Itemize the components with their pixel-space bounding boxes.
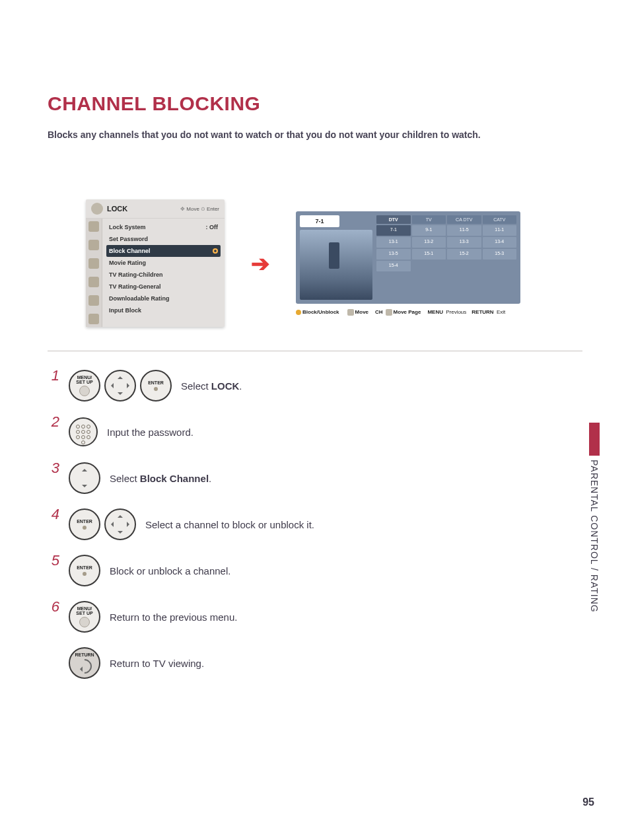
channel-cell[interactable]: 11-5 — [447, 225, 481, 236]
step-5: 5 ENTER Block or unblock a channel. — [50, 549, 582, 592]
footer-move: Move — [346, 309, 370, 316]
lock-item-label: Set Password — [109, 236, 148, 242]
gear-icon — [91, 203, 103, 215]
step-number: 6 — [50, 598, 59, 615]
page: CHANNEL BLOCKING Blocks any channels tha… — [0, 0, 630, 840]
lock-item-value: : Off — [206, 224, 219, 230]
channel-cell[interactable]: 13-3 — [447, 237, 481, 248]
step-number: 3 — [50, 460, 59, 477]
step-text: Return to the previous menu. — [110, 612, 237, 623]
return-button[interactable]: RETURN — [69, 647, 100, 679]
arrow-down-icon — [118, 392, 123, 398]
menu-button[interactable]: MENU/ SET UP — [69, 370, 100, 402]
button-label: ENTER — [77, 565, 92, 570]
step-number: 2 — [50, 413, 59, 431]
lock-item-label: TV Rating-General — [109, 283, 161, 290]
arrow-left-icon — [108, 383, 114, 388]
button-face-icon — [79, 617, 90, 627]
numpad-icon — [76, 425, 90, 439]
side-tab: PARENTAL CONTROL / RATING — [588, 423, 601, 621]
numpad-button[interactable] — [69, 417, 98, 446]
channel-cell[interactable]: 13-2 — [412, 237, 446, 248]
step-text: Select a channel to block or unblock it. — [145, 519, 314, 530]
lock-category-icon — [88, 314, 99, 324]
channel-cell — [447, 261, 481, 271]
arrow-up-icon — [82, 466, 87, 472]
menu-category-icon — [88, 295, 99, 306]
channel-cell[interactable]: 15-4 — [376, 261, 411, 271]
lock-menu-item[interactable]: Movie Rating — [106, 257, 221, 269]
channel-tab[interactable]: CA DTV — [447, 215, 481, 224]
menu-button[interactable]: MENU/ SET UP — [69, 601, 100, 633]
lock-menu-item[interactable]: Set Password — [106, 233, 221, 245]
channel-cell[interactable]: 15-1 — [412, 249, 446, 260]
channel-cell[interactable]: 13-4 — [483, 237, 517, 248]
current-channel-chip: 7-1 — [300, 215, 339, 227]
footer-exit: RETURN Exit — [472, 309, 505, 315]
preview-thumbnail — [300, 230, 372, 300]
hint-enter: Enter — [207, 206, 219, 212]
arrow-up-icon — [118, 512, 123, 518]
lock-menu-list: Lock System: OffSet PasswordBlock Channe… — [102, 219, 225, 327]
lock-menu-item[interactable]: Lock System: Off — [106, 221, 221, 233]
diagram-row: LOCK ✥ Move ⊙ Enter Lock System: Off — [86, 199, 582, 327]
button-label: RETURN — [75, 652, 94, 657]
button-label: MENU/ SET UP — [76, 606, 92, 616]
step-buttons: MENU/ SET UP ENTER — [69, 370, 172, 402]
enter-button[interactable]: ENTER — [69, 508, 100, 540]
channel-tab[interactable]: CATV — [483, 215, 517, 224]
lock-menu-item[interactable]: TV Rating-General — [106, 281, 221, 293]
step-buttons — [69, 462, 100, 494]
lock-item-label: Movie Rating — [109, 260, 146, 266]
lock-menu-panel: LOCK ✥ Move ⊙ Enter Lock System: Off — [86, 199, 225, 327]
updown-button[interactable] — [69, 462, 100, 494]
step-2: 2 Input the password. — [50, 411, 582, 453]
enter-button[interactable]: ENTER — [140, 370, 172, 402]
arrow-down-icon — [82, 485, 87, 490]
step-text: Block or unblock a channel. — [110, 565, 230, 577]
channel-cell[interactable]: 9-1 — [412, 225, 446, 236]
step-number: 1 — [50, 367, 59, 384]
lock-menu-item[interactable]: TV Rating-Children — [106, 269, 221, 281]
dpad-button[interactable] — [104, 508, 136, 540]
step-buttons: MENU/ SET UP — [69, 601, 100, 633]
channel-cell[interactable]: 15-2 — [447, 249, 481, 260]
channel-tab[interactable]: TV — [412, 215, 446, 224]
arrow-right-icon — [127, 383, 132, 388]
channel-cell[interactable]: 13-5 — [376, 249, 411, 260]
lock-menu-item[interactable]: Input Block — [106, 304, 221, 316]
enter-button[interactable]: ENTER — [69, 555, 100, 586]
arrow-right-icon: ➔ — [251, 250, 269, 277]
arrow-right-icon — [127, 522, 132, 527]
arrow-up-icon — [118, 374, 123, 379]
updown-icon — [386, 309, 392, 316]
channel-grid: DTVTVCA DTVCATV 7-19-111-511-113-113-213… — [376, 215, 516, 300]
step-3: 3 Select Block Channel. — [50, 457, 582, 499]
dpad-icon — [347, 309, 354, 316]
footer-previous: MENU Previous — [427, 309, 466, 315]
enter-dot-icon — [154, 387, 158, 391]
channel-cell[interactable]: 7-1 — [376, 225, 411, 236]
channel-cell[interactable]: 11-1 — [483, 225, 517, 236]
page-subtitle: Blocks any channels that you do not want… — [48, 129, 582, 140]
step-number: 5 — [50, 552, 59, 569]
lock-item-label: Input Block — [109, 307, 141, 314]
channel-cell[interactable]: 13-1 — [376, 237, 411, 248]
step-text: Return to TV viewing. — [110, 658, 204, 669]
dpad-button[interactable] — [104, 370, 136, 402]
enter-dot-icon — [83, 572, 87, 576]
lock-item-label: Downloadable Rating — [109, 295, 170, 302]
channel-footer: Block/Unblock Move CHMove Page MENU Prev… — [296, 309, 520, 316]
channel-preview: 7-1 — [300, 215, 372, 300]
channel-block-panel: 7-1 DTVTVCA DTVCATV 7-19-111-511-113-113… — [296, 211, 520, 316]
step-return: RETURN Return to TV viewing. — [50, 642, 582, 684]
channel-tab[interactable]: DTV — [376, 215, 411, 224]
lock-menu-item[interactable]: Block Channel — [106, 245, 221, 257]
lock-menu-header: LOCK ✥ Move ⊙ Enter — [86, 199, 225, 219]
lock-menu-item[interactable]: Downloadable Rating — [106, 293, 221, 304]
lock-item-label: Block Channel — [109, 248, 151, 254]
side-tab-marker — [589, 423, 600, 456]
return-arrow-icon — [74, 656, 94, 676]
channel-tabs: DTVTVCA DTVCATV — [376, 215, 516, 224]
channel-cell[interactable]: 15-3 — [483, 249, 517, 260]
